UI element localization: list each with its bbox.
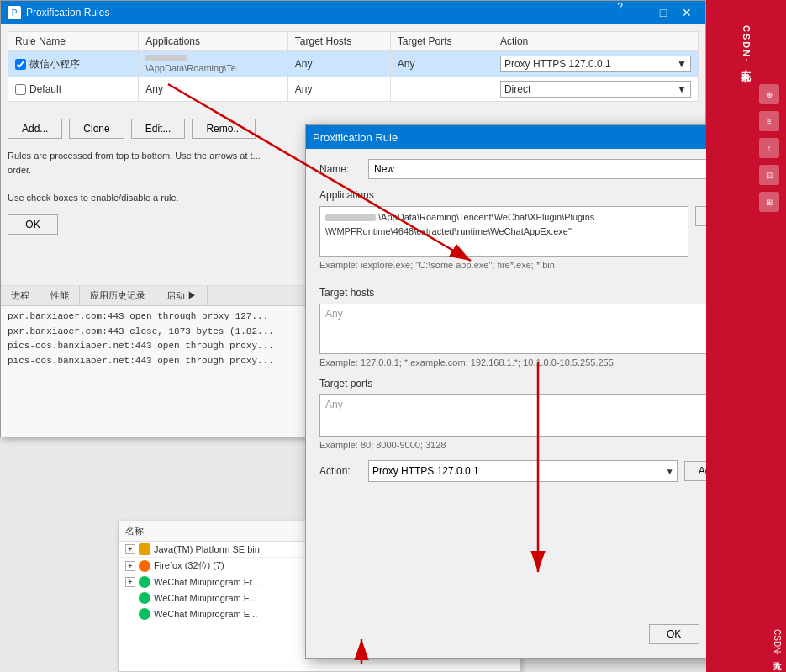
target-ports-label: Target ports	[319, 378, 766, 389]
expand-icon[interactable]: +	[125, 577, 135, 587]
help-button[interactable]: ?	[612, 1, 628, 24]
clone-button[interactable]: Clone	[69, 119, 124, 139]
name-label: Name:	[319, 163, 361, 175]
name-input[interactable]	[368, 159, 708, 179]
col-target-ports: Target Ports	[390, 32, 493, 51]
target-hosts-cell: Any	[287, 51, 390, 77]
action-select-wrapper: Proxy HTTPS 127.0.0.1 Direct Block ▼	[368, 460, 678, 482]
applications-text[interactable]: \AppData\Roaming\Tencent\WeChat\XPlugin\…	[319, 206, 688, 257]
rules-table: Rule Name Applications Target Hosts Targ…	[8, 31, 699, 102]
info-line-1: Rules are processed from top to bottom. …	[8, 151, 261, 161]
applications-cell: \AppData\Roaming\Te...	[139, 51, 288, 77]
target-ports-input[interactable]: Any	[319, 394, 766, 437]
bg-ok-button[interactable]: OK	[8, 214, 58, 235]
table-row[interactable]: 微信小程序 \AppData\Roaming\Te... Any Any Pro…	[8, 51, 699, 77]
tab-process[interactable]: 进程	[1, 286, 40, 305]
applications-example: Example: iexplore.exe; "C:\some app.exe"…	[319, 260, 688, 270]
target-hosts-section: Target hosts Any Example: 127.0.0.1; *.e…	[319, 287, 766, 368]
target-ports-cell: Any	[390, 51, 493, 77]
action-cell: Direct ▼	[493, 77, 698, 102]
action-dropdown[interactable]: Proxy HTTPS 127.0.0.1 ▼	[500, 56, 691, 72]
applications-container: \AppData\Roaming\Tencent\WeChat\XPlugin\…	[319, 206, 688, 277]
dropdown-arrow-icon: ▼	[677, 58, 687, 70]
remove-button[interactable]: Remo...	[192, 119, 256, 139]
col-name: 名称	[125, 525, 144, 537]
wechat-icon	[139, 608, 150, 620]
action-row: Action: Proxy HTTPS 127.0.0.1 Direct Blo…	[319, 460, 766, 482]
bg-window-controls: ? − □ ✕	[612, 1, 699, 24]
expand-icon[interactable]: +	[125, 544, 135, 554]
rule-enabled-checkbox[interactable]	[15, 84, 26, 95]
firefox-icon	[139, 560, 150, 572]
minimize-button[interactable]: −	[628, 1, 651, 24]
rule-enabled-checkbox[interactable]	[15, 59, 26, 70]
sidebar-icon-3: ↑	[759, 138, 779, 158]
edit-button[interactable]: Edit...	[131, 119, 186, 139]
expand-icon[interactable]: +	[125, 561, 135, 571]
info-line-2: order.	[8, 165, 31, 175]
rule-name-text: 微信小程序	[29, 57, 80, 71]
target-ports-section: Target ports Any Example: 80; 8000-9000;…	[319, 378, 766, 450]
dropdown-arrow-icon: ▼	[677, 83, 687, 95]
bg-window-title: Proxification Rules	[26, 7, 607, 19]
target-ports-example: Example: 80; 8000-9000; 3128	[319, 440, 766, 450]
wechat-icon	[139, 576, 150, 588]
java-icon	[139, 543, 150, 555]
csdn-text: CSDN·方九歌	[771, 629, 783, 655]
close-button[interactable]: ✕	[675, 1, 699, 24]
bg-window-icon: P	[8, 6, 21, 19]
dialog-title: Proxification Rule	[313, 131, 732, 144]
action-select[interactable]: Proxy HTTPS 127.0.0.1 Direct Block	[368, 460, 678, 482]
rules-table-area: Rule Name Applications Target Hosts Targ…	[1, 24, 705, 108]
tab-performance[interactable]: 性能	[40, 286, 80, 305]
sidebar-icon-2: ≡	[759, 111, 779, 131]
target-hosts-example: Example: 127.0.0.1; *.example.com; 192.1…	[319, 357, 766, 368]
csdn-logo: CSDN·方九歌	[740, 25, 752, 67]
maximize-button[interactable]: □	[651, 1, 675, 24]
applications-cell: Any	[139, 77, 288, 102]
tab-startup[interactable]: 启动 ▶	[156, 286, 208, 305]
col-target-hosts: Target Hosts	[287, 32, 390, 51]
target-hosts-cell: Any	[287, 77, 390, 102]
sidebar-icon-1: ⊕	[759, 84, 779, 104]
add-button[interactable]: Add...	[8, 119, 62, 139]
wechat-icon	[139, 592, 150, 604]
dialog-ok-button[interactable]: OK	[649, 624, 699, 644]
action-label: Action:	[319, 465, 361, 477]
action-cell: Proxy HTTPS 127.0.0.1 ▼	[493, 51, 698, 77]
applications-section: Applications \AppData\Roaming\Tencent\We…	[319, 189, 766, 277]
bg-window-titlebar: P Proxification Rules ? − □ ✕	[1, 1, 705, 24]
col-rule-name: Rule Name	[8, 32, 139, 51]
col-applications: Applications	[139, 32, 288, 51]
rule-name-text: Default	[29, 83, 61, 95]
csdn-sidebar: CSDN·方九歌 ⊕ ≡ ↑ ⊡ ⊞ CSDN·方九歌	[706, 0, 786, 672]
target-hosts-input[interactable]: Any	[319, 304, 766, 354]
tab-app-history[interactable]: 应用历史记录	[80, 286, 156, 305]
sidebar-icon-5: ⊞	[759, 192, 779, 212]
rule-name-cell: Default	[8, 77, 139, 102]
table-row[interactable]: Default Any Any Direct ▼	[8, 77, 699, 102]
rule-name-cell: 微信小程序	[8, 51, 139, 77]
target-ports-cell	[390, 77, 493, 102]
col-action: Action	[493, 32, 698, 51]
target-hosts-label: Target hosts	[319, 287, 766, 299]
name-row: Name: Enabled	[319, 159, 766, 179]
action-dropdown-default[interactable]: Direct ▼	[500, 81, 691, 98]
applications-label: Applications	[319, 189, 766, 201]
applications-browse-row: \AppData\Roaming\Tencent\WeChat\XPlugin\…	[319, 206, 766, 277]
sidebar-icon-4: ⊡	[759, 165, 779, 185]
info-line-3: Use check boxes to enable/disable a rule…	[8, 193, 179, 203]
